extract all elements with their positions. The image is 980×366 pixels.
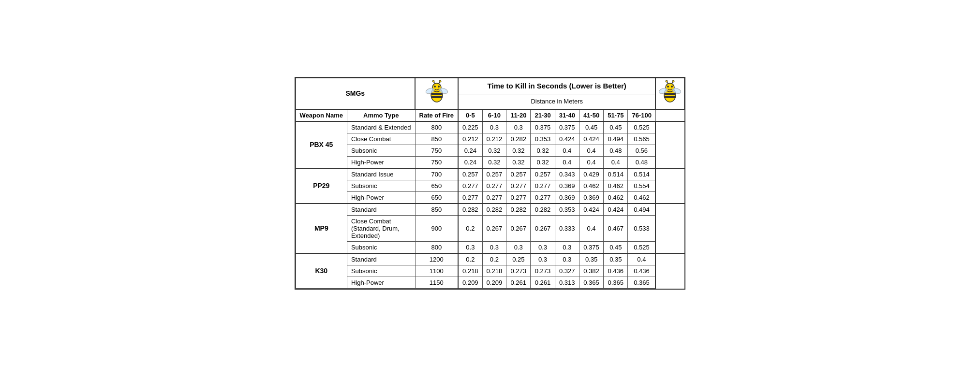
distance-cell: 0.333 [555,215,579,241]
distance-cell: 0.277 [482,180,506,191]
distance-cell: 0.212 [482,133,506,145]
table-row: Subsonic8000.30.30.30.30.30.3750.450.525 [296,241,684,253]
dist-41-50-header: 41-50 [579,109,603,121]
rof-cell: 1100 [415,265,458,277]
distance-cell: 0.429 [579,168,603,180]
dist-21-30-header: 21-30 [531,109,555,121]
dist-0-5-header: 0-5 [458,109,482,121]
svg-point-21 [672,80,674,82]
bee-left-cell [415,78,458,109]
weapon-name-cell: MP9 [296,204,347,253]
table-row: Subsonic11000.2180.2180.2730.2730.3270.3… [296,265,684,277]
distance-cell: 0.225 [458,121,482,133]
distance-cell: 0.494 [604,133,628,145]
distance-cell: 0.45 [604,121,628,133]
distance-cell: 0.3 [555,253,579,265]
distance-cell: 0.369 [555,191,579,204]
distance-cell: 0.4 [628,253,655,265]
distance-cell: 0.209 [482,277,506,288]
distance-cell: 0.3 [531,253,555,265]
distance-cell: 0.2 [458,253,482,265]
rof-cell: 850 [415,204,458,216]
distance-cell: 0.32 [482,156,506,168]
svg-point-5 [438,86,440,88]
ammo-type-cell: Standard [347,253,415,265]
dist-76-100-header: 76-100 [628,109,655,121]
dist-31-40-header: 31-40 [555,109,579,121]
distance-cell: 0.277 [531,191,555,204]
distance-cell: 0.375 [531,121,555,133]
distance-cell: 0.4 [555,145,579,156]
svg-point-17 [671,86,673,88]
distance-cell: 0.257 [458,168,482,180]
bee-icon-right [658,80,682,104]
distance-cell: 0.514 [628,168,655,180]
distance-cell: 0.365 [579,277,603,288]
distance-cell: 0.369 [579,191,603,204]
distance-cell: 0.525 [628,121,655,133]
rof-cell: 900 [415,215,458,241]
svg-point-16 [667,86,669,88]
svg-point-19 [666,80,668,82]
distance-header: Distance in Meters [458,94,655,109]
weapon-name-header: Weapon Name [296,109,347,121]
distance-cell: 0.365 [604,277,628,288]
ammo-type-cell: High-Power [347,277,415,288]
ammo-type-header: Ammo Type [347,109,415,121]
ammo-type-cell: Standard & Extended [347,121,415,133]
svg-rect-13 [664,93,676,95]
table-row: PP29Standard Issue7000.2570.2570.2570.25… [296,168,684,180]
distance-cell: 0.533 [628,215,655,241]
ammo-type-cell: High-Power [347,156,415,168]
distance-cell: 0.48 [604,145,628,156]
distance-cell: 0.375 [555,121,579,133]
distance-cell: 0.32 [531,145,555,156]
rof-cell: 800 [415,121,458,133]
dist-6-10-header: 6-10 [482,109,506,121]
distance-cell: 0.257 [506,168,531,180]
table-row: Subsonic7500.240.320.320.320.40.40.480.5… [296,145,684,156]
distance-cell: 0.277 [506,191,531,204]
table-row: PBX 45Standard & Extended8000.2250.30.30… [296,121,684,133]
rof-cell: 700 [415,168,458,180]
distance-cell: 0.48 [628,156,655,168]
distance-cell: 0.257 [531,168,555,180]
distance-cell: 0.494 [628,204,655,216]
distance-cell: 0.4 [579,156,603,168]
distance-cell: 0.4 [579,215,603,241]
table-body: PBX 45Standard & Extended8000.2250.30.30… [296,121,684,289]
ttk-header: Time to Kill in Seconds (Lower is Better… [458,78,655,94]
svg-point-9 [439,80,441,82]
rof-cell: 850 [415,133,458,145]
distance-cell: 0.3 [482,121,506,133]
table-row: Close Combat8500.2120.2120.2820.3530.424… [296,133,684,145]
rof-cell: 750 [415,145,458,156]
distance-cell: 0.56 [628,145,655,156]
smgs-label: SMGs [345,89,365,97]
header-row-1: SMGs [296,78,684,94]
distance-cell: 0.218 [458,265,482,277]
distance-cell: 0.436 [628,265,655,277]
distance-cell: 0.375 [579,241,603,253]
ammo-type-cell: Subsonic [347,265,415,277]
distance-cell: 0.282 [506,133,531,145]
distance-cell: 0.436 [604,265,628,277]
bee-right-cell [655,78,684,109]
smg-ttk-table: SMGs [296,78,685,289]
dist-11-20-header: 11-20 [506,109,531,121]
distance-cell: 0.514 [604,168,628,180]
distance-cell: 0.277 [458,180,482,191]
distance-cell: 0.353 [555,204,579,216]
distance-cell: 0.462 [628,191,655,204]
distance-cell: 0.25 [506,253,531,265]
distance-cell: 0.313 [555,277,579,288]
weapon-name-cell: K30 [296,253,347,289]
distance-cell: 0.282 [531,204,555,216]
distance-cell: 0.45 [579,121,603,133]
distance-cell: 0.45 [604,241,628,253]
distance-cell: 0.369 [555,180,579,191]
distance-cell: 0.467 [604,215,628,241]
distance-cell: 0.2 [458,215,482,241]
distance-cell: 0.32 [506,145,531,156]
distance-cell: 0.212 [458,133,482,145]
